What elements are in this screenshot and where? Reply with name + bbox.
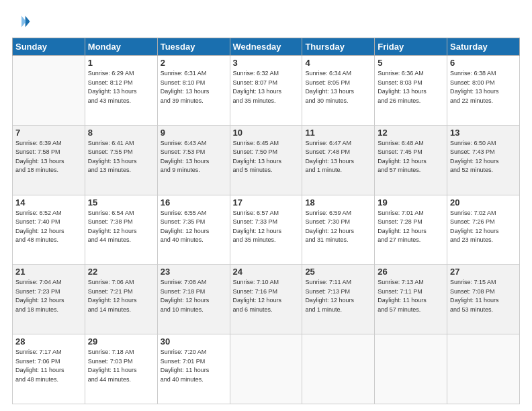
calendar-cell [13, 56, 85, 126]
day-info: Sunrise: 6:32 AM Sunset: 8:07 PM Dayligh… [233, 69, 300, 105]
day-number: 8 [88, 128, 154, 138]
day-info: Sunrise: 7:08 AM Sunset: 7:18 PM Dayligh… [161, 278, 227, 314]
day-info: Sunrise: 6:38 AM Sunset: 8:00 PM Dayligh… [450, 69, 517, 105]
day-number: 12 [378, 128, 444, 138]
calendar-cell: 8Sunrise: 6:41 AM Sunset: 7:55 PM Daylig… [85, 125, 157, 195]
day-number: 2 [161, 58, 227, 68]
col-header-tuesday: Tuesday [157, 38, 230, 56]
day-info: Sunrise: 6:52 AM Sunset: 7:40 PM Dayligh… [15, 209, 82, 245]
calendar-cell: 21Sunrise: 7:04 AM Sunset: 7:23 PM Dayli… [13, 265, 85, 334]
calendar-cell: 28Sunrise: 7:17 AM Sunset: 7:06 PM Dayli… [13, 334, 85, 404]
calendar-cell: 23Sunrise: 7:08 AM Sunset: 7:18 PM Dayli… [157, 265, 230, 334]
day-number: 14 [15, 197, 82, 208]
day-number: 30 [161, 336, 227, 347]
calendar-cell: 1Sunrise: 6:29 AM Sunset: 8:12 PM Daylig… [85, 56, 157, 126]
day-number: 27 [450, 267, 517, 277]
day-info: Sunrise: 6:59 AM Sunset: 7:30 PM Dayligh… [305, 209, 371, 245]
day-number: 22 [88, 267, 154, 277]
calendar-cell: 24Sunrise: 7:10 AM Sunset: 7:16 PM Dayli… [230, 265, 302, 334]
day-info: Sunrise: 7:20 AM Sunset: 7:01 PM Dayligh… [161, 348, 227, 384]
week-row-5: 28Sunrise: 7:17 AM Sunset: 7:06 PM Dayli… [13, 334, 520, 404]
day-info: Sunrise: 7:17 AM Sunset: 7:06 PM Dayligh… [15, 348, 82, 384]
calendar-cell [230, 334, 302, 404]
day-info: Sunrise: 6:36 AM Sunset: 8:03 PM Dayligh… [378, 69, 444, 105]
col-header-wednesday: Wednesday [230, 38, 302, 56]
day-info: Sunrise: 7:11 AM Sunset: 7:13 PM Dayligh… [305, 278, 371, 314]
day-number: 9 [161, 128, 227, 138]
day-info: Sunrise: 6:55 AM Sunset: 7:35 PM Dayligh… [161, 209, 227, 245]
day-number: 7 [15, 128, 82, 138]
day-number: 25 [305, 267, 371, 277]
day-number: 15 [88, 197, 154, 208]
day-number: 6 [450, 58, 517, 68]
col-header-saturday: Saturday [447, 38, 520, 56]
calendar-cell: 18Sunrise: 6:59 AM Sunset: 7:30 PM Dayli… [302, 195, 375, 265]
calendar-cell: 26Sunrise: 7:13 AM Sunset: 7:11 PM Dayli… [375, 265, 447, 334]
day-info: Sunrise: 7:10 AM Sunset: 7:16 PM Dayligh… [233, 278, 300, 314]
col-header-friday: Friday [375, 38, 447, 56]
day-info: Sunrise: 6:47 AM Sunset: 7:48 PM Dayligh… [305, 139, 371, 175]
day-number: 29 [88, 336, 154, 347]
day-info: Sunrise: 7:04 AM Sunset: 7:23 PM Dayligh… [15, 278, 82, 314]
day-info: Sunrise: 6:43 AM Sunset: 7:53 PM Dayligh… [161, 139, 227, 175]
calendar-cell: 4Sunrise: 6:34 AM Sunset: 8:05 PM Daylig… [302, 56, 375, 126]
calendar-cell: 11Sunrise: 6:47 AM Sunset: 7:48 PM Dayli… [302, 125, 375, 195]
calendar-cell: 13Sunrise: 6:50 AM Sunset: 7:43 PM Dayli… [447, 125, 520, 195]
calendar-header-row: SundayMondayTuesdayWednesdayThursdayFrid… [13, 38, 520, 56]
col-header-thursday: Thursday [302, 38, 375, 56]
calendar-cell: 20Sunrise: 7:02 AM Sunset: 7:26 PM Dayli… [447, 195, 520, 265]
day-info: Sunrise: 6:45 AM Sunset: 7:50 PM Dayligh… [233, 139, 300, 175]
calendar-cell: 12Sunrise: 6:48 AM Sunset: 7:45 PM Dayli… [375, 125, 447, 195]
day-number: 24 [233, 267, 300, 277]
calendar-cell: 17Sunrise: 6:57 AM Sunset: 7:33 PM Dayli… [230, 195, 302, 265]
calendar-cell: 14Sunrise: 6:52 AM Sunset: 7:40 PM Dayli… [13, 195, 85, 265]
calendar-cell: 5Sunrise: 6:36 AM Sunset: 8:03 PM Daylig… [375, 56, 447, 126]
day-info: Sunrise: 6:48 AM Sunset: 7:45 PM Dayligh… [378, 139, 444, 175]
day-info: Sunrise: 6:41 AM Sunset: 7:55 PM Dayligh… [88, 139, 154, 175]
day-number: 20 [450, 197, 517, 208]
calendar-cell: 7Sunrise: 6:39 AM Sunset: 7:58 PM Daylig… [13, 125, 85, 195]
calendar: SundayMondayTuesdayWednesdayThursdayFrid… [12, 38, 520, 404]
calendar-cell: 22Sunrise: 7:06 AM Sunset: 7:21 PM Dayli… [85, 265, 157, 334]
calendar-cell: 30Sunrise: 7:20 AM Sunset: 7:01 PM Dayli… [157, 334, 230, 404]
week-row-1: 1Sunrise: 6:29 AM Sunset: 8:12 PM Daylig… [13, 56, 520, 126]
day-info: Sunrise: 7:02 AM Sunset: 7:26 PM Dayligh… [450, 209, 517, 245]
day-number: 10 [233, 128, 300, 138]
calendar-cell: 10Sunrise: 6:45 AM Sunset: 7:50 PM Dayli… [230, 125, 302, 195]
day-number: 4 [305, 58, 371, 68]
calendar-cell: 16Sunrise: 6:55 AM Sunset: 7:35 PM Dayli… [157, 195, 230, 265]
calendar-cell: 9Sunrise: 6:43 AM Sunset: 7:53 PM Daylig… [157, 125, 230, 195]
week-row-2: 7Sunrise: 6:39 AM Sunset: 7:58 PM Daylig… [13, 125, 520, 195]
day-info: Sunrise: 7:13 AM Sunset: 7:11 PM Dayligh… [378, 278, 444, 314]
day-info: Sunrise: 7:18 AM Sunset: 7:03 PM Dayligh… [88, 348, 154, 384]
calendar-cell: 29Sunrise: 7:18 AM Sunset: 7:03 PM Dayli… [85, 334, 157, 404]
col-header-monday: Monday [85, 38, 157, 56]
day-number: 21 [15, 267, 82, 277]
day-info: Sunrise: 7:06 AM Sunset: 7:21 PM Dayligh… [88, 278, 154, 314]
calendar-cell: 25Sunrise: 7:11 AM Sunset: 7:13 PM Dayli… [302, 265, 375, 334]
day-number: 28 [15, 336, 82, 347]
day-number: 19 [378, 197, 444, 208]
col-header-sunday: Sunday [13, 38, 85, 56]
day-info: Sunrise: 6:57 AM Sunset: 7:33 PM Dayligh… [233, 209, 300, 245]
day-number: 26 [378, 267, 444, 277]
calendar-cell [302, 334, 375, 404]
day-number: 1 [88, 58, 154, 68]
calendar-cell: 19Sunrise: 7:01 AM Sunset: 7:28 PM Dayli… [375, 195, 447, 265]
calendar-cell: 3Sunrise: 6:32 AM Sunset: 8:07 PM Daylig… [230, 56, 302, 126]
calendar-cell [375, 334, 447, 404]
day-number: 23 [161, 267, 227, 277]
day-info: Sunrise: 6:50 AM Sunset: 7:43 PM Dayligh… [450, 139, 517, 175]
day-number: 11 [305, 128, 371, 138]
day-info: Sunrise: 7:01 AM Sunset: 7:28 PM Dayligh… [378, 209, 444, 245]
day-number: 3 [233, 58, 300, 68]
header [12, 12, 520, 31]
day-number: 16 [161, 197, 227, 208]
logo [12, 12, 34, 31]
day-info: Sunrise: 6:29 AM Sunset: 8:12 PM Dayligh… [88, 69, 154, 105]
week-row-4: 21Sunrise: 7:04 AM Sunset: 7:23 PM Dayli… [13, 265, 520, 334]
day-number: 17 [233, 197, 300, 208]
day-number: 5 [378, 58, 444, 68]
day-info: Sunrise: 6:54 AM Sunset: 7:38 PM Dayligh… [88, 209, 154, 245]
calendar-cell: 27Sunrise: 7:15 AM Sunset: 7:08 PM Dayli… [447, 265, 520, 334]
